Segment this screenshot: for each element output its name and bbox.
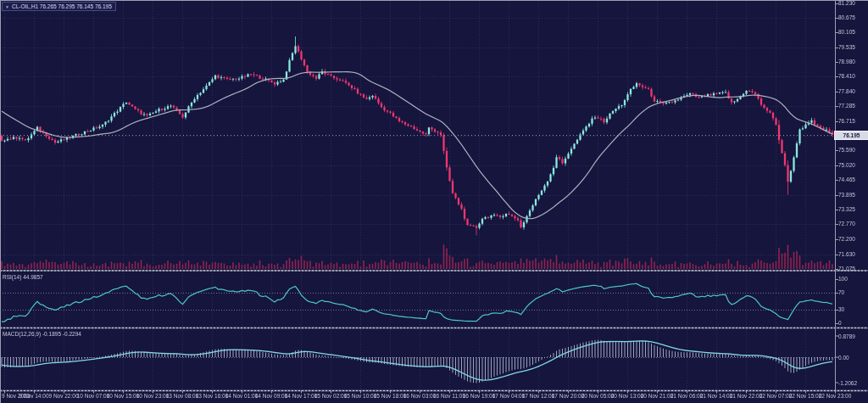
time-axis-label: 14 Nov 17:00 bbox=[285, 393, 318, 400]
time-axis-label: 9 Nov 22:00 bbox=[48, 393, 78, 400]
price-axis-label: 75.020 bbox=[838, 162, 855, 169]
chart-dropdown-icon[interactable]: ▼ bbox=[5, 4, 9, 9]
price-axis-label: 77.285 bbox=[838, 103, 855, 109]
time-axis-label: 17 Nov 04:00 bbox=[492, 393, 526, 400]
macd-level-label: -1.2062 bbox=[838, 380, 857, 387]
time-axis-label: 15 Nov 10:00 bbox=[344, 393, 377, 400]
price-axis-label: 76.715 bbox=[838, 118, 855, 125]
rsi-level-label: 100 bbox=[838, 276, 848, 283]
trading-chart-window: ▼ CL-OIL,H1 76.265 76.295 76.145 76.195 … bbox=[0, 0, 868, 403]
time-axis-label: 22 Nov 23:00 bbox=[819, 393, 852, 400]
price-axis-label: 78.410 bbox=[838, 73, 855, 80]
price-axis-label: 78.980 bbox=[838, 59, 855, 65]
time-axis-label: 13 Nov 16:00 bbox=[196, 393, 229, 400]
price-axis-label: 77.840 bbox=[838, 88, 855, 95]
chart-title: CL-OIL,H1 76.265 76.295 76.145 76.195 bbox=[12, 3, 112, 9]
time-axis-label: 10 Nov 23:00 bbox=[136, 393, 170, 400]
price-axis-label: 71.630 bbox=[838, 251, 855, 258]
time-axis-label: 20 Nov 13:00 bbox=[611, 393, 644, 400]
time-axis-label: 20 Nov 05:00 bbox=[581, 393, 615, 400]
time-axis-label: 20 Nov 21:00 bbox=[641, 393, 674, 400]
time-axis-label: 17 Nov 12:00 bbox=[522, 393, 555, 400]
time-axis-label: 13 Nov 08:00 bbox=[166, 393, 199, 400]
price-axis-label: 74.465 bbox=[838, 176, 855, 183]
time-axis-label: 21 Nov 06:00 bbox=[670, 393, 704, 400]
chart-title-box[interactable]: ▼ CL-OIL,H1 76.265 76.295 76.145 76.195 bbox=[2, 2, 116, 11]
time-axis-label: 21 Nov 22:00 bbox=[730, 393, 763, 400]
macd-level-label: 0.8789 bbox=[838, 333, 855, 340]
time-axis-label: 10 Nov 15:00 bbox=[107, 393, 140, 400]
time-axis-label: 14 Nov 09:00 bbox=[255, 393, 288, 400]
time-axis-label: 16 Nov 11:00 bbox=[433, 393, 465, 400]
rsi-panel-label: RSI(14) 44.9857 bbox=[3, 274, 43, 280]
time-axis-label: 21 Nov 14:00 bbox=[700, 393, 733, 400]
macd-level-label: 0.00 bbox=[838, 355, 849, 361]
time-axis-label: 10 Nov 07:00 bbox=[77, 393, 110, 400]
time-axis-label: 14 Nov 01:00 bbox=[225, 393, 259, 400]
price-axis-label: 75.590 bbox=[838, 147, 855, 154]
time-axis-label: 16 Nov 19:00 bbox=[463, 393, 496, 400]
price-axis-label: 79.535 bbox=[838, 44, 855, 51]
rsi-level-label: 70 bbox=[838, 289, 844, 296]
panel-splitter-rsi[interactable] bbox=[0, 269, 868, 271]
price-axis-label: 72.770 bbox=[838, 221, 855, 227]
chart-canvas[interactable] bbox=[0, 0, 868, 403]
time-axis-label: 16 Nov 03:00 bbox=[403, 393, 437, 400]
price-axis-label: 72.200 bbox=[838, 236, 855, 243]
panel-splitter-macd[interactable] bbox=[0, 326, 868, 328]
time-axis-label: 15 Nov 02:00 bbox=[314, 393, 348, 400]
time-axis-label: 15 Nov 18:00 bbox=[374, 393, 407, 400]
price-axis-label: 80.675 bbox=[838, 14, 855, 21]
price-axis-label: 81.230 bbox=[838, 0, 855, 7]
current-price-tag: 76.195 bbox=[834, 131, 868, 140]
time-axis-label: 9 Nov 14:00 bbox=[19, 393, 48, 400]
time-axis-label: 22 Nov 07:00 bbox=[760, 393, 793, 400]
price-axis-label: 73.895 bbox=[838, 192, 855, 199]
time-axis-label: 17 Nov 20:00 bbox=[552, 393, 585, 400]
price-axis-label: 80.105 bbox=[838, 29, 855, 36]
rsi-level-label: 30 bbox=[838, 306, 844, 313]
macd-panel-label: MACD(12,26,9) -0.1895 -0.2294 bbox=[3, 331, 81, 337]
time-axis-label: 22 Nov 15:00 bbox=[789, 393, 822, 400]
price-axis-label: 73.325 bbox=[838, 206, 855, 213]
